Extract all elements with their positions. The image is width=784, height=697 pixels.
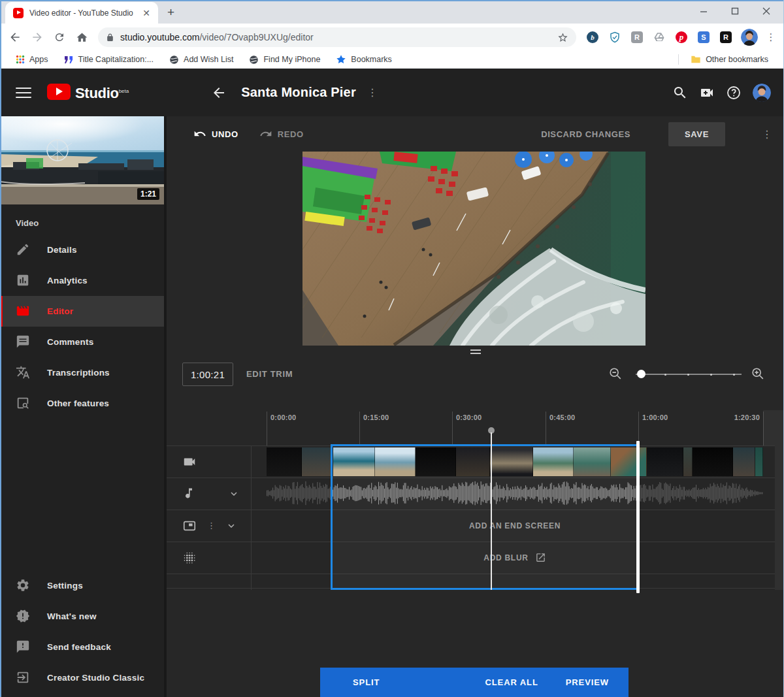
tab-title: Video editor - YouTube Studio	[29, 8, 135, 18]
sidebar-item-details[interactable]: Details	[0, 235, 164, 265]
browser-toolbar: studio.youtube.com/video/7Ovapb9UXUg/edi…	[0, 24, 784, 51]
extension-pinterest-icon[interactable]: p	[674, 29, 689, 45]
trim-selection-box[interactable]	[331, 444, 639, 590]
save-button[interactable]: SAVE	[668, 122, 725, 146]
extension-icon-2[interactable]: R	[629, 29, 645, 45]
other-features-icon	[16, 396, 31, 412]
home-button[interactable]	[72, 27, 91, 47]
create-video-icon[interactable]	[699, 85, 715, 101]
bookmark-star-icon[interactable]	[557, 32, 568, 43]
chevron-down-icon[interactable]	[225, 520, 237, 532]
timeline-action-bar: SPLIT CLEAR ALL PREVIEW	[320, 668, 629, 697]
zoom-in-icon[interactable]	[751, 366, 766, 382]
reload-button[interactable]	[50, 27, 69, 47]
tab-close-icon[interactable]: ✕	[141, 8, 152, 18]
trim-right-handle[interactable]	[636, 441, 640, 593]
duration-badge: 1:21	[137, 188, 159, 200]
sidebar-item-label: Editor	[47, 306, 73, 316]
video-thumbnail[interactable]: 1:21	[0, 116, 164, 204]
sidebar-item-label: Settings	[47, 581, 83, 591]
extension-icon-3[interactable]: S	[696, 29, 711, 45]
track-kebab-icon[interactable]: ⋮	[207, 521, 215, 530]
ruler-label: 0:45:00	[549, 413, 575, 421]
sidebar-footer: Settings What's new Send feedback Creato…	[0, 570, 164, 697]
tab-strip: Video editor - YouTube Studio ✕ +	[0, 0, 784, 24]
feedback-icon	[16, 640, 31, 655]
extension-shield-icon[interactable]	[607, 29, 623, 45]
videocam-icon	[182, 455, 197, 469]
hamburger-menu-icon[interactable]	[16, 88, 31, 98]
zoom-slider-thumb[interactable]	[637, 370, 645, 378]
ruler-label: 0:30:00	[456, 413, 482, 421]
clip-thumbnail	[683, 447, 693, 476]
playhead-line[interactable]	[491, 432, 492, 590]
chevron-down-icon[interactable]	[228, 488, 240, 500]
preview-button[interactable]: PREVIEW	[566, 677, 609, 687]
sidebar-item-settings[interactable]: Settings	[0, 570, 164, 601]
extension-icon-1[interactable]: b	[585, 29, 600, 45]
sidebar-item-analytics[interactable]: Analytics	[0, 265, 164, 296]
sidebar-item-creator-studio-classic[interactable]: Creator Studio Classic	[0, 662, 164, 693]
other-bookmarks[interactable]: Other bookmarks	[684, 55, 775, 64]
split-button[interactable]: SPLIT	[353, 677, 380, 687]
sidebar-item-label: Send feedback	[47, 642, 111, 652]
blur-track-header	[167, 542, 251, 574]
back-arrow-icon[interactable]	[211, 85, 227, 101]
bookmark-find-my-iphone[interactable]: Find My iPhone	[242, 55, 327, 65]
clip-thumbnail	[267, 447, 302, 476]
clip-thumbnail	[755, 447, 763, 476]
zoom-slider[interactable]	[636, 363, 742, 386]
back-button[interactable]	[5, 27, 25, 47]
sidebar-item-other-features[interactable]: Other features	[0, 388, 164, 419]
profile-avatar[interactable]	[753, 84, 771, 102]
youtube-studio-logo[interactable]: Studiobeta	[47, 82, 129, 103]
timecode-box[interactable]: 1:00:21	[182, 363, 233, 386]
sidebar-item-label: Transcriptions	[47, 368, 110, 378]
maximize-button[interactable]	[728, 4, 742, 18]
sidebar-item-send-feedback[interactable]: Send feedback	[0, 632, 164, 662]
discard-changes-button[interactable]: DISCARD CHANGES	[541, 129, 630, 139]
url-bar[interactable]: studio.youtube.com/video/7Ovapb9UXUg/edi…	[98, 27, 576, 47]
audio-track-header	[167, 478, 251, 510]
editor-kebab-icon[interactable]: ⋮	[760, 128, 774, 140]
exit-icon	[16, 670, 31, 686]
sidebar-item-editor[interactable]: Editor	[0, 296, 164, 327]
sidebar-item-comments[interactable]: Comments	[0, 327, 164, 357]
clip-thumbnail	[302, 447, 333, 476]
zoom-out-icon[interactable]	[608, 366, 624, 382]
bookmark-apps[interactable]: Apps	[9, 55, 55, 64]
bookmark-label: Apps	[29, 55, 48, 64]
minimize-button[interactable]	[696, 4, 711, 18]
sidebar-item-transcriptions[interactable]: Transcriptions	[0, 357, 164, 388]
chrome-menu-icon[interactable]: ⋮	[763, 31, 779, 43]
video-preview[interactable]	[302, 152, 645, 346]
sidebar-item-label: What's new	[47, 611, 97, 621]
lock-icon	[106, 33, 114, 42]
close-button[interactable]	[759, 4, 774, 18]
search-icon[interactable]	[672, 85, 688, 101]
undo-button[interactable]: UNDO	[193, 127, 238, 140]
sidebar-item-whats-new[interactable]: What's new	[0, 601, 164, 632]
timeline-resize-handle[interactable]	[466, 349, 485, 354]
bookmark-bookmarks[interactable]: Bookmarks	[329, 54, 399, 65]
sidebar-item-label: Comments	[47, 337, 93, 347]
edit-trim-button[interactable]: EDIT TRIM	[246, 363, 293, 386]
clear-all-button[interactable]: CLEAR ALL	[485, 677, 538, 687]
new-tab-button[interactable]: +	[167, 5, 174, 24]
title-kebab-icon[interactable]: ⋮	[367, 86, 378, 99]
redo-button[interactable]: REDO	[259, 127, 304, 140]
forward-button[interactable]	[27, 27, 47, 47]
sidebar-section-label: Video	[0, 204, 164, 235]
sidebar-item-label: Analytics	[47, 276, 88, 285]
help-icon[interactable]	[726, 85, 742, 101]
bookmark-title-capitalization[interactable]: Title Capitalization:...	[57, 55, 161, 64]
youtube-play-icon	[47, 84, 71, 100]
editor-icon	[16, 304, 31, 319]
video-title: Santa Monica Pier	[241, 85, 356, 100]
browser-tab[interactable]: Video editor - YouTube Studio ✕	[5, 2, 158, 24]
extension-icon-4[interactable]: R	[718, 29, 734, 45]
timeline-ruler[interactable]: 0:00:00 0:15:00 0:30:00 0:45:00 1:00:00 …	[167, 410, 784, 446]
bookmark-add-wish-list[interactable]: Add Wish List	[163, 55, 240, 65]
extension-drive-icon[interactable]	[651, 29, 667, 45]
browser-profile-avatar[interactable]	[741, 29, 758, 46]
